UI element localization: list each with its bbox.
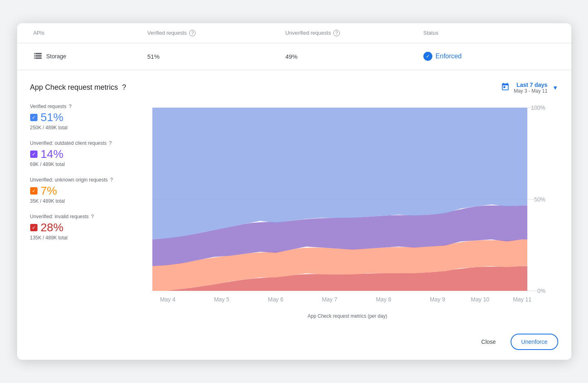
svg-text:0%: 0% xyxy=(537,288,545,294)
legend-invalid-help[interactable]: ? xyxy=(91,214,94,219)
legend-unknown-checkbox[interactable]: ✓ xyxy=(30,187,37,195)
legend-verified: Verified requests ? ✓ 51% 250K / 489K to… xyxy=(30,104,124,131)
metrics-chart: 100% 50% 0% xyxy=(137,104,558,309)
legend-verified-pct: 51% xyxy=(41,111,64,124)
unenforce-button[interactable]: Unenforce xyxy=(511,334,558,350)
verified-help-icon[interactable]: ? xyxy=(189,30,196,36)
legend-unknown-label: Unverified: unknown origin requests ? xyxy=(30,177,124,183)
storage-icon xyxy=(33,51,42,62)
svg-text:May 10: May 10 xyxy=(471,296,489,303)
storage-status-cell: ✓ Enforced xyxy=(420,44,558,69)
col-header-apis: APIs xyxy=(30,23,144,43)
storage-verified-pct: 51% xyxy=(148,53,160,60)
storage-api-cell: Storage xyxy=(30,43,144,70)
storage-unverified-cell: 49% xyxy=(282,45,420,68)
storage-unverified-pct: 49% xyxy=(285,53,297,60)
legend-outdated-pct: 14% xyxy=(41,148,64,161)
legend-outdated-checkbox[interactable]: ✓ xyxy=(30,151,37,158)
legend-unknown-total: 35K / 489K total xyxy=(30,198,124,204)
chevron-down-icon: ▼ xyxy=(553,84,558,91)
storage-verified-cell: 51% xyxy=(144,45,282,68)
svg-text:May 8: May 8 xyxy=(376,296,391,303)
calendar-icon xyxy=(501,82,510,93)
date-range-sub: May 3 - May 11 xyxy=(514,88,548,94)
storage-api-name: Storage xyxy=(46,53,66,60)
enforced-badge: ✓ Enforced xyxy=(423,52,462,61)
modal-container: APIs Verified requests ? Unverified requ… xyxy=(17,23,571,360)
chart-area: 100% 50% 0% xyxy=(137,104,558,319)
legend-unknown-pct: 7% xyxy=(41,184,57,197)
close-button[interactable]: Close xyxy=(473,334,504,349)
date-range-label: Last 7 days xyxy=(514,82,548,88)
chart-legend: Verified requests ? ✓ 51% 250K / 489K to… xyxy=(30,104,124,250)
unverified-help-icon[interactable]: ? xyxy=(333,30,340,36)
metrics-title-text: App Check request metrics xyxy=(30,83,118,92)
chart-svg-wrapper: 100% 50% 0% xyxy=(137,104,558,311)
legend-outdated-label: Unverified: outdated client requests ? xyxy=(30,140,124,146)
svg-text:May 6: May 6 xyxy=(268,296,283,303)
legend-outdated: Unverified: outdated client requests ? ✓… xyxy=(30,140,124,167)
metrics-section: App Check request metrics ? Last 7 days … xyxy=(17,70,571,327)
table-header: APIs Verified requests ? Unverified requ… xyxy=(17,23,571,43)
svg-text:May 4: May 4 xyxy=(160,296,175,303)
legend-invalid-total: 135K / 489K total xyxy=(30,235,124,241)
legend-verified-help[interactable]: ? xyxy=(69,104,72,109)
legend-outdated-total: 69K / 489K total xyxy=(30,162,124,167)
col-header-status: Status xyxy=(420,23,558,43)
legend-invalid-pct: 28% xyxy=(41,221,64,234)
legend-invalid-label: Unverified: invalid requests ? xyxy=(30,214,124,219)
legend-outdated-help[interactable]: ? xyxy=(109,140,112,146)
storage-row: Storage 51% 49% ✓ Enforced xyxy=(17,43,571,70)
legend-verified-total: 250K / 489K total xyxy=(30,125,124,131)
legend-invalid-checkbox[interactable]: ✓ xyxy=(30,224,37,231)
metrics-content: Verified requests ? ✓ 51% 250K / 489K to… xyxy=(30,104,558,319)
col-header-unverified: Unverified requests ? xyxy=(282,23,420,43)
date-range-control[interactable]: Last 7 days May 3 - May 11 ▼ xyxy=(501,82,558,94)
metrics-title-row: App Check request metrics ? xyxy=(30,83,126,92)
legend-unknown: Unverified: unknown origin requests ? ✓ … xyxy=(30,177,124,204)
col-header-verified: Verified requests ? xyxy=(144,23,282,43)
svg-text:May 7: May 7 xyxy=(322,296,337,303)
svg-text:May 9: May 9 xyxy=(429,296,445,303)
date-range-text: Last 7 days May 3 - May 11 xyxy=(514,82,548,94)
legend-verified-checkbox[interactable]: ✓ xyxy=(30,114,37,121)
modal-footer: Close Unenforce xyxy=(17,327,571,360)
metrics-help-icon[interactable]: ? xyxy=(122,83,126,92)
svg-text:May 5: May 5 xyxy=(214,296,229,303)
legend-verified-label: Verified requests ? xyxy=(30,104,124,109)
enforced-check-icon: ✓ xyxy=(423,52,432,61)
metrics-header: App Check request metrics ? Last 7 days … xyxy=(30,82,558,94)
enforced-label: Enforced xyxy=(436,53,462,60)
svg-text:May 11: May 11 xyxy=(513,296,531,303)
legend-invalid: Unverified: invalid requests ? ✓ 28% 135… xyxy=(30,214,124,241)
chart-x-label: App Check request metrics (per day) xyxy=(137,313,558,319)
legend-unknown-help[interactable]: ? xyxy=(110,177,113,183)
